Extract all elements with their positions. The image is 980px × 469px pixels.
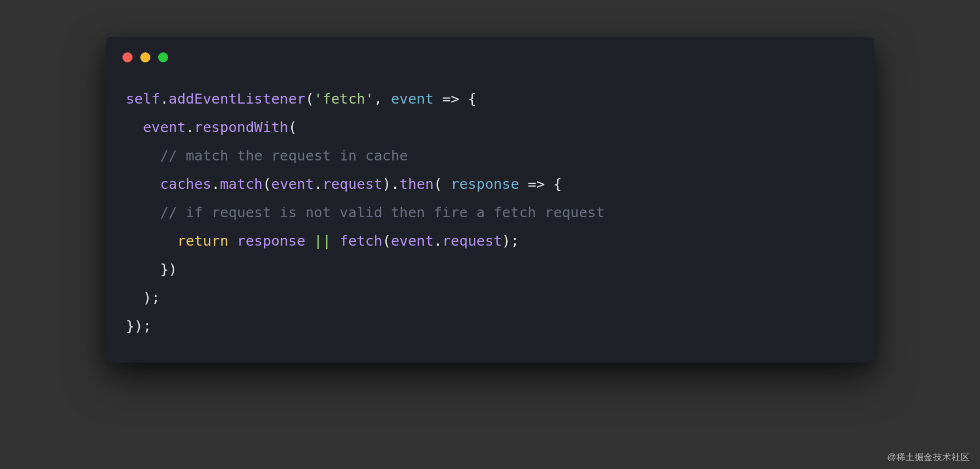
code-token (126, 119, 143, 135)
close-icon[interactable] (122, 52, 133, 62)
code-token: match (220, 175, 263, 192)
code-token: event (391, 232, 434, 249)
code-token: return (177, 232, 228, 249)
code-token: { (459, 90, 477, 107)
code-token: . (434, 232, 442, 249)
code-token: ); (126, 289, 160, 306)
code-token: . (314, 175, 322, 192)
watermark-text: @稀土掘金技术社区 (887, 452, 970, 463)
code-token: . (212, 175, 220, 192)
code-token: addEventListener (169, 90, 306, 107)
code-token (126, 204, 160, 221)
code-token: caches (160, 175, 211, 192)
code-token: request (322, 175, 382, 192)
code-token: => (442, 90, 459, 107)
code-token: 'fetch' (314, 90, 374, 107)
code-token: response (450, 175, 519, 192)
code-token: || (314, 232, 331, 249)
code-token: ( (263, 175, 271, 192)
code-token: fetch (340, 232, 383, 249)
maximize-icon[interactable] (158, 52, 168, 62)
code-token: ). (383, 175, 400, 192)
code-token: , (374, 90, 391, 107)
code-token: respondWith (194, 119, 288, 135)
code-token: self (126, 90, 160, 107)
code-token: ( (305, 90, 313, 107)
code-token: event (391, 90, 434, 107)
code-token (228, 232, 237, 249)
code-token: response (237, 232, 306, 249)
code-token: => (528, 175, 545, 192)
code-token (331, 232, 340, 249)
code-token: request (442, 232, 502, 249)
code-token: ( (383, 232, 391, 249)
code-token (126, 147, 160, 164)
code-token (434, 90, 442, 107)
code-token: ); (502, 232, 520, 249)
code-token: // if request is not valid then fire a f… (160, 204, 604, 221)
code-token (305, 232, 313, 249)
code-token: { (545, 175, 562, 192)
window-traffic-lights (106, 52, 874, 62)
code-token: }); (126, 317, 151, 334)
code-block: self.addEventListener('fetch', event => … (106, 85, 874, 340)
code-token: ( (434, 175, 451, 192)
code-token: event (271, 175, 314, 192)
code-token: // match the request in cache (160, 147, 408, 164)
code-token (519, 175, 527, 192)
code-token: . (185, 119, 194, 135)
code-token (126, 175, 160, 192)
code-token: . (160, 90, 168, 107)
code-token: ( (288, 119, 297, 135)
code-window: self.addEventListener('fetch', event => … (106, 37, 874, 363)
code-token: then (399, 175, 433, 192)
minimize-icon[interactable] (140, 52, 150, 62)
code-token (126, 232, 177, 249)
code-token: event (143, 119, 186, 135)
code-token: }) (126, 261, 177, 277)
